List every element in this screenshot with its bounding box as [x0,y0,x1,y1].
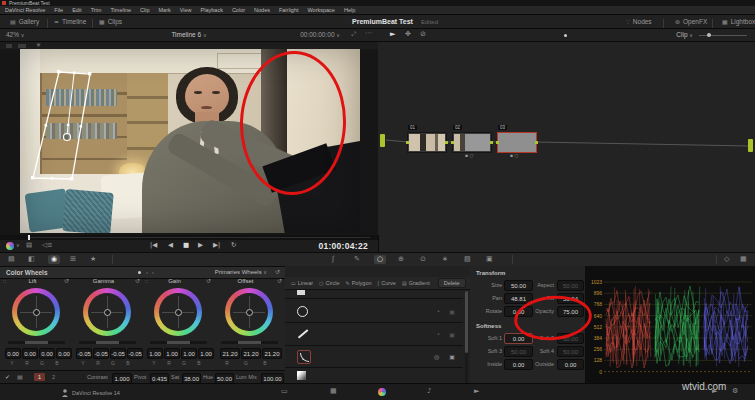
gamma-y-value[interactable]: -0.05 [76,348,92,359]
offset-master-wheel[interactable] [221,341,278,344]
reset-icon[interactable]: ↺ [275,269,280,275]
menu-playback[interactable]: Playback [201,7,223,13]
node-02[interactable]: 02 ▪ ○ [452,132,492,153]
circle-window-tool[interactable]: ○Circle [319,280,339,286]
lift-color-wheel[interactable] [12,288,60,336]
source-node[interactable] [380,134,385,147]
node-03-selected[interactable]: 03 ▪ ○ [497,132,537,153]
gain-g-value[interactable]: 1.00 [181,348,197,359]
offset-r-value[interactable]: 21.20 [220,348,240,359]
gain-y-value[interactable]: 1.00 [147,348,163,359]
menu-workspace[interactable]: Workspace [308,7,335,13]
pointer-tool-icon[interactable]: ► [390,31,395,38]
delete-window-button[interactable]: Delete [438,278,466,288]
offset-g-value[interactable]: 21.20 [241,348,261,359]
offset-reset-icon[interactable]: ↺ [277,278,282,284]
grade-wheel-icon[interactable] [6,242,14,250]
color-wheels-icon[interactable]: ◉ [48,255,60,264]
lift-r-value[interactable]: 0.00 [22,348,38,359]
offset-b-value[interactable]: 21.20 [262,348,282,359]
menu-trim[interactable]: Trim [91,7,102,13]
soft4-value[interactable]: 50.00 [557,346,584,357]
gain-r-value[interactable]: 1.00 [164,348,180,359]
keyframes-icon[interactable]: ◇ [724,256,729,263]
node-03-output-port[interactable] [535,141,538,144]
node-02-output-port[interactable] [490,141,493,144]
qualifier-icon[interactable]: ✎ [354,256,360,263]
play-reverse-button[interactable]: ◀ [168,242,173,249]
sizing-icon[interactable]: ▧ [464,256,471,263]
window-shape-row-square[interactable] [285,291,463,299]
lightbox-button[interactable]: ▦ Lightbox [722,18,755,25]
power-window-icon[interactable]: ○ [374,255,386,264]
jump-end-button[interactable]: ▶| [213,242,220,249]
node-01[interactable]: 01 [407,132,447,153]
window-list-scrollbar-thumb[interactable] [465,291,468,353]
settings-gear-icon[interactable]: ⚙ [732,388,738,395]
expand-icon[interactable]: ⤢ [351,31,356,37]
rgb-mixer-icon[interactable]: ⊞ [70,256,76,263]
tracker-icon[interactable]: ⊕ [398,256,404,263]
menu-fairlight[interactable]: Fairlight [279,7,299,13]
color-page-icon-active[interactable] [378,388,386,396]
lift-b-value[interactable]: 0.00 [56,348,72,359]
gradient-window-tool[interactable]: ▤Gradient [402,280,430,286]
row-icons[interactable]: ◎▣ [434,353,455,360]
output-node[interactable] [748,139,753,152]
image-wipe-icon[interactable] [6,44,12,48]
row-icons[interactable]: ▪▣ [437,308,455,315]
audio-mute-icon[interactable]: ◁≡ [42,242,52,249]
bypass-icon[interactable]: ⊘ [420,31,426,38]
viewer-timecode-display[interactable]: 00:00:00:00 ∨ [300,31,340,38]
deliver-page-icon[interactable]: ► [474,388,479,395]
camera-raw-icon[interactable]: ▤ [8,256,15,263]
openfx-button[interactable]: ⊛ OpenFX [675,18,707,25]
menu-help[interactable]: Help [344,7,355,13]
still-capture-icon[interactable]: ▤ [26,242,32,249]
row-icons[interactable]: ▪▣ [437,331,455,338]
scopes-icon[interactable]: ▦ [740,256,747,263]
offset-color-wheel[interactable] [225,288,273,336]
menu-davinci-resolve[interactable]: DaVinci Resolve [5,7,45,13]
play-button[interactable]: ▶ [198,242,203,249]
loop-button[interactable]: ↻ [231,242,236,249]
node-02-input-port[interactable] [451,141,454,144]
chevron-down-icon[interactable]: ∨ [16,243,20,248]
hand-tool-icon[interactable]: ✥ [405,31,411,38]
stereo-3d-icon[interactable]: ▣ [486,256,493,263]
wheels-mode-select[interactable]: Primaries Wheels ∨ [215,269,267,275]
motion-effects-icon[interactable]: ★ [90,256,96,263]
window-shape-row-line[interactable]: ▪▣ [285,323,463,346]
node-03-input-port[interactable] [496,141,499,144]
wheels-tab-2[interactable]: 2 [48,373,59,381]
linear-window-tool[interactable]: ▭Linear [291,280,313,286]
menu-view[interactable]: View [180,7,192,13]
node-graph[interactable]: 01 02 ▪ ○ 03 ▪ ○ [378,42,755,252]
jump-start-button[interactable]: |◀ [150,242,157,249]
nodes-button[interactable]: ∵ Nodes [626,18,652,25]
window-shape-row-gradient[interactable] [285,368,463,383]
gain-b-value[interactable]: 1.00 [198,348,214,359]
stop-button[interactable]: ■ [183,242,189,249]
menu-edit[interactable]: Edit [72,7,81,13]
soft3-value[interactable]: 50.00 [504,346,533,357]
wheels-tab-1[interactable]: 1 [34,373,45,381]
node-01-input-port[interactable] [406,141,409,144]
viewer-options-icon[interactable]: ⋯ [365,30,372,37]
lift-reset-icon[interactable]: ↺ [64,278,69,284]
gain-master-wheel[interactable] [150,341,207,344]
color-match-icon[interactable]: ◧ [28,256,35,263]
menu-nodes[interactable]: Nodes [254,7,270,13]
outside-value[interactable]: 0.00 [557,359,584,370]
size-value[interactable]: 50.00 [504,280,533,291]
menu-clip[interactable]: Clip [140,7,149,13]
gain-reset-icon[interactable]: ↺ [206,278,211,284]
page-dot[interactable] [146,272,148,274]
menu-file[interactable]: File [54,7,63,13]
menu-timeline[interactable]: Timeline [110,7,131,13]
clip-mode-select[interactable]: Clip ∨ [676,31,693,38]
timeline-button[interactable]: ≖ Timeline [54,18,86,25]
gamma-r-value[interactable]: -0.05 [93,348,109,359]
fairlight-page-icon[interactable]: ♪ [427,388,431,395]
gamma-g-value[interactable]: -0.05 [110,348,126,359]
